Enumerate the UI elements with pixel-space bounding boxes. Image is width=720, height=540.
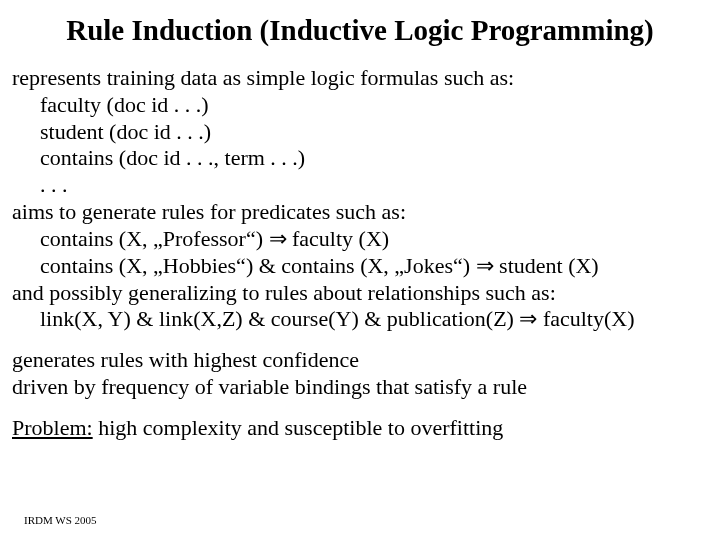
line-contains: contains (doc id . . ., term . . .): [12, 145, 708, 172]
line-frequency: driven by frequency of variable bindings…: [12, 374, 708, 401]
line-confidence: generates rules with highest confidence: [12, 347, 708, 374]
implies-icon: ⇒: [269, 226, 287, 251]
line-rule-3: link(X, Y) & link(X,Z) & course(Y) & pub…: [12, 306, 708, 333]
rule-1-rhs: faculty (X): [287, 226, 390, 251]
line-aims: aims to generate rules for predicates su…: [12, 199, 708, 226]
slide-body: represents training data as simple logic…: [12, 65, 708, 442]
slide: Rule Induction (Inductive Logic Programm…: [0, 0, 720, 540]
line-rule-1: contains (X, „Professor“) ⇒ faculty (X): [12, 226, 708, 253]
line-problem: Problem: high complexity and susceptible…: [12, 415, 708, 442]
implies-icon: ⇒: [519, 306, 537, 331]
line-ellipsis: . . .: [12, 172, 708, 199]
rule-2-lhs: contains (X, „Hobbies“) & contains (X, „…: [40, 253, 476, 278]
line-intro: represents training data as simple logic…: [12, 65, 708, 92]
rule-1-lhs: contains (X, „Professor“): [40, 226, 269, 251]
rule-2-rhs: student (X): [494, 253, 599, 278]
slide-title: Rule Induction (Inductive Logic Programm…: [12, 14, 708, 47]
problem-text: high complexity and susceptible to overf…: [93, 415, 504, 440]
line-rule-2: contains (X, „Hobbies“) & contains (X, „…: [12, 253, 708, 280]
implies-icon: ⇒: [476, 253, 494, 278]
slide-footer: IRDM WS 2005: [24, 514, 97, 526]
line-generalize: and possibly generalizing to rules about…: [12, 280, 708, 307]
line-student: student (doc id . . .): [12, 119, 708, 146]
rule-3-lhs: link(X, Y) & link(X,Z) & course(Y) & pub…: [40, 306, 519, 331]
line-faculty: faculty (doc id . . .): [12, 92, 708, 119]
problem-label: Problem:: [12, 415, 93, 440]
rule-3-rhs: faculty(X): [537, 306, 634, 331]
